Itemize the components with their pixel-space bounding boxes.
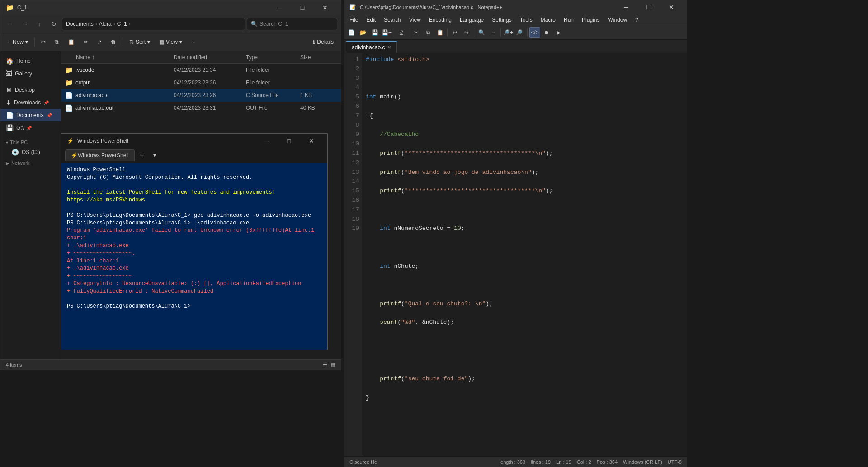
run-macro-button[interactable]: ▶ bbox=[553, 27, 564, 38]
ps-maximize-button[interactable]: □ bbox=[278, 134, 299, 148]
ps-minimize-button[interactable]: ─ bbox=[256, 134, 277, 148]
ps-content[interactable]: Windows PowerShell Copyright (C) Microso… bbox=[61, 163, 327, 350]
undo-button[interactable]: ↩ bbox=[449, 27, 460, 38]
npp-length: length : 363 bbox=[500, 459, 526, 465]
menu-search[interactable]: Search bbox=[380, 16, 405, 24]
indent-button[interactable]: </> bbox=[529, 27, 540, 38]
view-list-icon[interactable]: ☰ bbox=[323, 362, 327, 368]
menu-help[interactable]: ? bbox=[632, 16, 642, 24]
zoom-in-button[interactable]: 🔎+ bbox=[503, 27, 514, 38]
share-button[interactable]: ↗ bbox=[94, 36, 105, 48]
find-button[interactable]: 🔍 bbox=[476, 27, 487, 38]
sidebar-item-g-drive[interactable]: 💾 G:\ 📌 bbox=[0, 121, 61, 134]
sidebar-item-desktop[interactable]: 🖥 Desktop bbox=[0, 84, 61, 96]
cut-tool-button[interactable]: ✂ bbox=[411, 27, 422, 38]
pin-icon-3: 📌 bbox=[26, 126, 32, 131]
save-button[interactable]: 💾 bbox=[369, 27, 380, 38]
address-bar[interactable]: Documents › Alura › C_1 › bbox=[62, 18, 245, 30]
sidebar-item-documents[interactable]: 📄 Documents 📌 bbox=[0, 109, 61, 121]
new-button[interactable]: + New ▾ bbox=[4, 36, 32, 48]
sidebar-item-osc[interactable]: 💿 OS (C:) bbox=[0, 146, 61, 159]
file-row-adivinhacao-out[interactable]: 📄adivinhacao.out 04/12/2023 23:31 OUT Fi… bbox=[61, 102, 341, 114]
line-num-12: 12 bbox=[344, 159, 359, 168]
open-button[interactable]: 📂 bbox=[358, 27, 368, 38]
search-icon: 🔍 bbox=[251, 21, 258, 27]
menu-view[interactable]: View bbox=[406, 16, 425, 24]
sidebar-section-network[interactable]: ▶ Network bbox=[0, 159, 61, 167]
macro-button[interactable]: ⏺ bbox=[541, 27, 552, 38]
copy-button[interactable]: ⧉ bbox=[51, 36, 62, 48]
view-button[interactable]: ▦ View ▾ bbox=[156, 36, 186, 48]
file-date-4: 04/12/2023 23:31 bbox=[174, 105, 246, 111]
minimize-button[interactable]: ─ bbox=[269, 0, 290, 15]
new-file-button[interactable]: 📄 bbox=[346, 27, 357, 38]
forward-button[interactable]: → bbox=[19, 18, 31, 30]
view-grid-icon[interactable]: ▦ bbox=[331, 362, 335, 368]
explorer-title: C_1 bbox=[17, 5, 27, 11]
rename-button[interactable]: ✏ bbox=[80, 36, 92, 48]
close-button[interactable]: ✕ bbox=[315, 0, 335, 15]
replace-button[interactable]: ↔ bbox=[488, 27, 499, 38]
npp-restore-button[interactable]: ❐ bbox=[638, 0, 659, 14]
menu-edit[interactable]: Edit bbox=[363, 16, 379, 24]
paste-tool-button[interactable]: 📋 bbox=[434, 27, 445, 38]
menu-window[interactable]: Window bbox=[604, 16, 631, 24]
col-header-size[interactable]: Size bbox=[300, 54, 336, 61]
menu-macro[interactable]: Macro bbox=[537, 16, 559, 24]
menu-settings[interactable]: Settings bbox=[488, 16, 515, 24]
ps-dropdown-button[interactable]: ▾ bbox=[149, 150, 160, 161]
menu-plugins[interactable]: Plugins bbox=[578, 16, 603, 24]
sort-button[interactable]: ⇅ Sort ▾ bbox=[126, 36, 154, 48]
more-button[interactable]: ··· bbox=[188, 36, 199, 48]
code-area[interactable]: #include <stdio.h> int main() ⊟{ //Cabec… bbox=[362, 53, 687, 456]
documents-icon: 📄 bbox=[6, 112, 14, 119]
sidebar-section-thispc[interactable]: ▾ This PC bbox=[0, 138, 61, 146]
ps-new-tab-button[interactable]: + bbox=[137, 150, 147, 161]
file-row-output[interactable]: 📁output 04/12/2023 23:26 File folder bbox=[61, 76, 341, 89]
save-all-button[interactable]: 💾+ bbox=[381, 27, 392, 38]
ps-tab[interactable]: ⚡ Windows PowerShell bbox=[65, 149, 135, 161]
menu-tools[interactable]: Tools bbox=[516, 16, 536, 24]
cut-button[interactable]: ✂ bbox=[38, 36, 49, 48]
npp-col: Col : 2 bbox=[577, 459, 591, 465]
zoom-out-button[interactable]: 🔎- bbox=[514, 27, 525, 38]
line-num-4: 4 bbox=[344, 83, 359, 93]
npp-minimize-button[interactable]: ─ bbox=[616, 0, 637, 14]
back-button[interactable]: ← bbox=[4, 18, 17, 30]
menu-encoding[interactable]: Encoding bbox=[425, 16, 455, 24]
search-box[interactable]: 🔍 Search C_1 bbox=[247, 18, 337, 30]
sidebar-item-home[interactable]: 🏠 Home bbox=[0, 55, 61, 67]
line-num-5: 5 bbox=[344, 93, 359, 102]
toolbar-sep-6 bbox=[527, 28, 528, 37]
redo-button[interactable]: ↪ bbox=[461, 27, 472, 38]
copy-tool-button[interactable]: ⧉ bbox=[423, 27, 434, 38]
ps-err-2: char:1 bbox=[67, 234, 322, 242]
line-numbers: 1 2 3 4 5 6 7 8 9 10 11 12 13 14 15 16 1… bbox=[344, 53, 362, 456]
folder-icon: 📁 bbox=[65, 66, 73, 74]
details-button[interactable]: ℹ Details bbox=[309, 36, 337, 48]
delete-button[interactable]: 🗑 bbox=[107, 36, 120, 48]
up-button[interactable]: ↑ bbox=[33, 18, 46, 30]
npp-tab-adivinhacao[interactable]: adivinhacao.c ✕ bbox=[346, 41, 397, 53]
npp-close-button[interactable]: ✕ bbox=[661, 0, 682, 14]
col-header-date[interactable]: Date modified bbox=[174, 54, 246, 61]
maximize-button[interactable]: □ bbox=[292, 0, 313, 15]
view-chevron-icon: ▾ bbox=[179, 39, 182, 45]
ps-close-button[interactable]: ✕ bbox=[301, 134, 322, 148]
ps-prompt: PS C:\Users\ptiag\Documents\Alura\C_1> bbox=[67, 303, 322, 310]
print-button[interactable]: 🖨 bbox=[396, 27, 407, 38]
refresh-button[interactable]: ↻ bbox=[47, 18, 60, 30]
npp-pos: Pos : 364 bbox=[597, 459, 618, 465]
menu-language[interactable]: Language bbox=[456, 16, 487, 24]
sidebar-item-gallery[interactable]: 🖼 Gallery bbox=[0, 67, 61, 80]
sidebar-item-downloads[interactable]: ⬇ Downloads 📌 bbox=[0, 96, 61, 109]
file-row-vscode[interactable]: 📁.vscode 04/12/2023 21:34 File folder bbox=[61, 64, 341, 76]
paste-button[interactable]: 📋 bbox=[64, 36, 78, 48]
menu-file[interactable]: File bbox=[346, 16, 362, 24]
col-header-name[interactable]: Name ↑ bbox=[65, 54, 174, 61]
file-row-adivinhacao-c[interactable]: 📄adivinhacao.c 04/12/2023 23:26 C Source… bbox=[61, 89, 341, 102]
menu-run[interactable]: Run bbox=[560, 16, 577, 24]
tab-close-button[interactable]: ✕ bbox=[387, 45, 391, 50]
npp-editor[interactable]: 1 2 3 4 5 6 7 8 9 10 11 12 13 14 15 16 1… bbox=[344, 53, 687, 456]
col-header-type[interactable]: Type bbox=[246, 54, 300, 61]
